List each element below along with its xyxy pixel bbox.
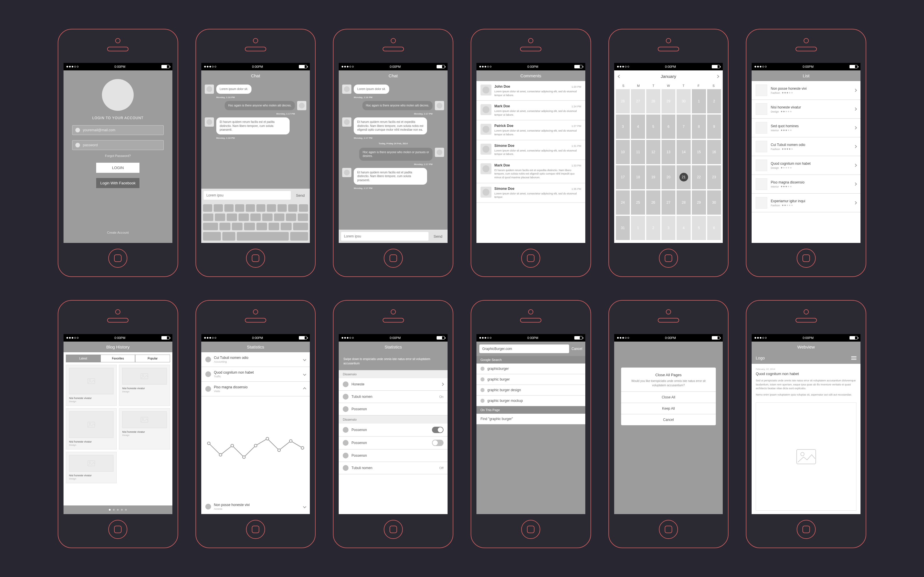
compose-input[interactable] <box>341 232 428 241</box>
cancel-button[interactable]: Cancel <box>572 347 582 351</box>
settings-row[interactable]: Possenon <box>339 424 447 437</box>
home-button[interactable] <box>521 520 540 539</box>
blog-card[interactable]: Nisi honeste vivatur Design <box>66 408 117 450</box>
tab-favorites[interactable]: Favorites <box>100 355 135 363</box>
calendar-day[interactable]: 22 <box>692 165 706 190</box>
list-item[interactable]: Piso magna dissensio Interior <box>752 175 861 193</box>
settings-row[interactable]: Tubuli nomenOff <box>339 462 447 474</box>
email-field[interactable]: youremail@mail.com <box>72 125 164 135</box>
search-result[interactable]: graphic burger <box>477 374 585 385</box>
list-item[interactable]: Experiamur igitur inqui Fashion <box>752 193 861 212</box>
calendar-day[interactable]: 28 <box>677 190 691 214</box>
home-button[interactable] <box>659 249 678 268</box>
calendar-day[interactable]: 14 <box>677 140 691 164</box>
send-button[interactable]: Send <box>293 191 307 200</box>
calendar-day[interactable]: 31 <box>616 216 630 240</box>
toggle-on[interactable] <box>432 427 444 433</box>
login-button[interactable]: LOGIN <box>96 163 139 173</box>
calendar-day[interactable]: 4 <box>631 114 645 139</box>
create-account-link[interactable]: Create Account <box>107 231 129 234</box>
calendar-day[interactable]: 27 <box>631 89 645 113</box>
list-item[interactable]: Sed quot homines Interior <box>752 119 861 137</box>
settings-row[interactable]: Possenon <box>339 450 447 462</box>
calendar-day[interactable]: 28 <box>646 89 661 113</box>
calendar-day[interactable]: 3 <box>616 114 630 139</box>
settings-row[interactable]: Tubuli nomenOn <box>339 391 447 403</box>
cancel-button[interactable]: Cancel <box>621 414 716 425</box>
keyboard[interactable] <box>201 202 310 243</box>
calendar-day[interactable]: 21 <box>677 165 691 190</box>
calendar-day[interactable]: 13 <box>662 140 676 164</box>
calendar-day[interactable]: 10 <box>616 140 630 164</box>
calendar-day[interactable]: 9 <box>707 114 721 139</box>
calendar-day[interactable]: 6 <box>707 216 721 240</box>
calendar-day[interactable]: 24 <box>616 190 630 214</box>
calendar-day[interactable]: 2 <box>707 89 721 113</box>
next-month-icon[interactable] <box>716 75 719 78</box>
home-button[interactable] <box>796 520 816 539</box>
settings-row[interactable]: Possenon <box>339 437 447 450</box>
calendar-day[interactable]: 6 <box>662 114 676 139</box>
tab-popular[interactable]: Popular <box>135 355 170 363</box>
facebook-login-button[interactable]: Login With Facebook <box>96 178 139 188</box>
calendar-day[interactable]: 1 <box>631 216 645 240</box>
prev-month-icon[interactable] <box>618 75 621 78</box>
tab-latest[interactable]: Latest <box>66 355 100 363</box>
calendar-day[interactable]: 11 <box>631 140 645 164</box>
calendar-day[interactable]: 15 <box>692 140 706 164</box>
blog-card[interactable]: Nisi honeste vivatur Design <box>66 452 117 483</box>
calendar-day[interactable]: 27 <box>662 190 676 214</box>
comment-row[interactable]: Simone Doe1:35 PM Lorem ipsum dolor sit … <box>477 183 585 203</box>
search-result[interactable]: graphic burger design <box>477 385 585 395</box>
search-input[interactable] <box>479 345 569 353</box>
calendar-day[interactable]: 5 <box>646 114 661 139</box>
calendar-day[interactable]: 17 <box>616 165 630 190</box>
search-result[interactable]: graphicburger <box>477 364 585 374</box>
comment-row[interactable]: Simone Doe1:31 PM Lorem ipsum dolor sit … <box>477 140 585 160</box>
calendar-day[interactable]: 2 <box>646 216 661 240</box>
compose-input[interactable] <box>204 191 291 200</box>
blog-card[interactable]: Nisi honeste vivatur Design <box>119 408 170 450</box>
list-item[interactable]: Quod cognitum non habet Design <box>752 156 861 175</box>
password-field[interactable]: password <box>72 140 164 150</box>
home-button[interactable] <box>659 520 678 539</box>
list-item[interactable]: Non posse honeste vivi Fashion <box>752 81 861 100</box>
calendar-day[interactable]: 29 <box>662 89 676 113</box>
calendar-day[interactable]: 18 <box>631 165 645 190</box>
calendar-day[interactable]: 19 <box>646 165 661 190</box>
calendar-day[interactable]: 25 <box>631 190 645 214</box>
home-button[interactable] <box>108 520 128 539</box>
home-button[interactable] <box>108 249 128 268</box>
home-button[interactable] <box>384 520 403 539</box>
keep-all-button[interactable]: Keep All <box>621 403 716 414</box>
blog-card[interactable]: Nisi honeste vivatur Design <box>119 365 170 406</box>
comment-row[interactable]: Mark Doe1:24 PM Lorem ipsum dolor sit am… <box>477 101 585 120</box>
menu-icon[interactable] <box>851 356 856 360</box>
calendar-day[interactable]: 7 <box>677 114 691 139</box>
settings-row[interactable]: Honeste <box>339 378 447 391</box>
forgot-password-link[interactable]: Forgot Password? <box>105 154 131 158</box>
calendar-day[interactable]: 26 <box>646 190 661 214</box>
comment-row[interactable]: Patrick Doe1:27 PM Lorem ipsum dolor sit… <box>477 120 585 140</box>
calendar-day[interactable]: 1 <box>692 89 706 113</box>
calendar-day[interactable]: 29 <box>692 190 706 214</box>
calendar-day[interactable]: 26 <box>616 89 630 113</box>
calendar-day[interactable]: 23 <box>707 165 721 190</box>
home-button[interactable] <box>246 520 265 539</box>
calendar-day[interactable]: 8 <box>692 114 706 139</box>
list-item[interactable]: Nisi honeste vivatur Design <box>752 100 861 119</box>
blog-card[interactable]: Nisi honeste vivatur Design <box>66 365 117 406</box>
calendar-day[interactable]: 5 <box>692 216 706 240</box>
search-item[interactable]: Find "graphic burger" <box>477 414 585 424</box>
toggle-off[interactable] <box>432 440 444 446</box>
comment-row[interactable]: Mark Doe1:33 PM Et harum quidem rerum fa… <box>477 160 585 183</box>
calendar-day[interactable]: 30 <box>677 89 691 113</box>
list-item[interactable]: Cui Tubuli nomen odio Fashion <box>752 137 861 156</box>
calendar-day[interactable]: 3 <box>662 216 676 240</box>
close-all-button[interactable]: Close All <box>621 392 716 403</box>
search-result[interactable]: graphic burger mockup <box>477 395 585 406</box>
send-button[interactable]: Send <box>431 232 445 241</box>
calendar-day[interactable]: 20 <box>662 165 676 190</box>
calendar-day[interactable]: 16 <box>707 140 721 164</box>
accordion-row-open[interactable]: Piso magna dissensioVisits <box>201 382 310 396</box>
